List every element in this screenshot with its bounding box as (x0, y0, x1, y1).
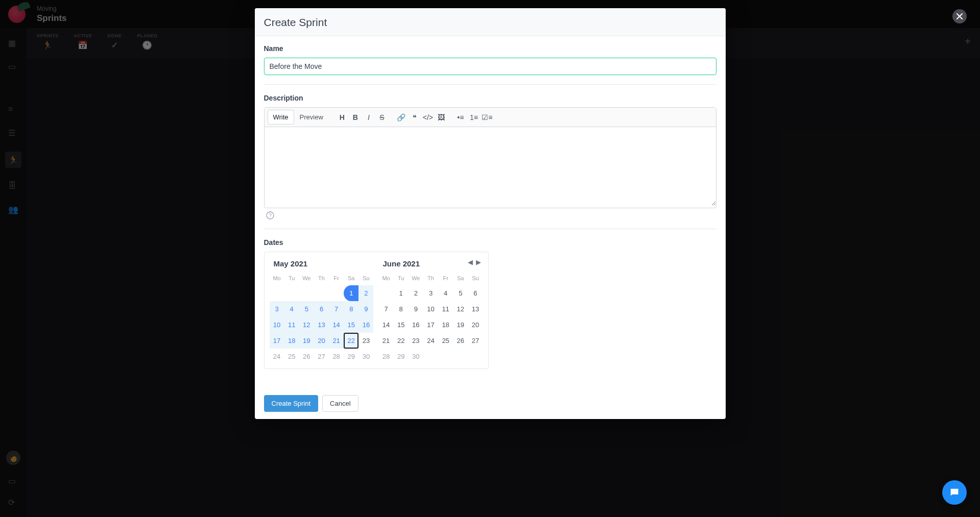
calendar-day[interactable]: 22 (394, 333, 409, 349)
calendar-day[interactable]: 14 (379, 317, 394, 333)
calendar-day[interactable]: 19 (453, 317, 468, 333)
calendar-day[interactable]: 23 (358, 333, 373, 349)
calendar-day[interactable]: 20 (314, 333, 329, 349)
chat-icon (949, 487, 960, 498)
calendar-day[interactable]: 20 (468, 317, 483, 333)
calendar-day[interactable]: 30 (358, 349, 373, 364)
strikethrough-icon[interactable]: S (376, 111, 388, 124)
calendar-day[interactable]: 3 (423, 285, 438, 301)
calendar-day[interactable]: 4 (438, 285, 453, 301)
calendar-day[interactable]: 6 (314, 301, 329, 317)
calendar-day[interactable]: 21 (329, 333, 344, 349)
calendar-day[interactable]: 21 (379, 333, 394, 349)
bold-icon[interactable]: B (349, 111, 362, 124)
calendar-day[interactable]: 23 (409, 333, 423, 349)
calendar-prev-icon[interactable]: ◀ (468, 258, 473, 266)
calendar-day[interactable]: 5 (453, 285, 468, 301)
calendar-day[interactable]: 7 (379, 301, 394, 317)
calendar-day (468, 349, 483, 364)
chat-widget-button[interactable] (942, 480, 967, 505)
calendar-day[interactable]: 29 (394, 349, 409, 364)
calendar-dow: Su (468, 273, 483, 285)
calendar-day[interactable]: 28 (379, 349, 394, 364)
calendar-day[interactable]: 9 (409, 301, 423, 317)
description-editor: Write Preview H B I S 🔗 ❝ </> 🖼 (264, 107, 716, 208)
calendar-day[interactable]: 17 (423, 317, 438, 333)
calendar-day[interactable]: 12 (299, 317, 314, 333)
bullet-list-icon[interactable]: •≡ (455, 111, 467, 124)
task-list-icon[interactable]: ☑≡ (481, 111, 493, 124)
calendar-day[interactable]: 18 (284, 333, 299, 349)
calendar-day[interactable]: 29 (344, 349, 358, 364)
calendar-day[interactable]: 24 (423, 333, 438, 349)
close-modal-button[interactable] (952, 9, 967, 23)
calendar-day[interactable]: 2 (409, 285, 423, 301)
calendar-left-title: May 2021 (270, 259, 374, 273)
calendar-day[interactable]: 24 (270, 349, 284, 364)
calendar-day[interactable]: 10 (270, 317, 284, 333)
description-textarea[interactable] (265, 127, 716, 206)
calendar-dow: Tu (284, 273, 299, 285)
close-icon (957, 13, 963, 19)
calendar-day[interactable]: 25 (284, 349, 299, 364)
calendar-day[interactable]: 10 (423, 301, 438, 317)
calendar-day[interactable]: 28 (329, 349, 344, 364)
calendar-day[interactable]: 25 (438, 333, 453, 349)
calendar-day[interactable]: 16 (409, 317, 423, 333)
sprint-name-input[interactable] (264, 58, 716, 75)
editor-help-button[interactable]: ? (264, 208, 716, 219)
number-list-icon[interactable]: 1≡ (468, 111, 480, 124)
calendar-nav: ◀ ▶ (468, 258, 481, 266)
calendar-day[interactable]: 17 (270, 333, 284, 349)
link-icon[interactable]: 🔗 (395, 111, 408, 124)
create-sprint-button[interactable]: Create Sprint (264, 395, 319, 412)
calendar-day[interactable]: 15 (344, 317, 358, 333)
calendar-day[interactable]: 27 (314, 349, 329, 364)
calendar-day[interactable]: 30 (409, 349, 423, 364)
calendar-day (423, 349, 438, 364)
calendar-day[interactable]: 9 (358, 301, 373, 317)
cancel-button[interactable]: Cancel (322, 395, 358, 412)
calendar-day[interactable]: 26 (299, 349, 314, 364)
calendar-next-icon[interactable]: ▶ (476, 258, 481, 266)
calendar-day[interactable]: 11 (438, 301, 453, 317)
help-icon: ? (266, 211, 274, 219)
calendar-day[interactable]: 26 (453, 333, 468, 349)
calendar-day[interactable]: 7 (329, 301, 344, 317)
calendar-day[interactable]: 4 (284, 301, 299, 317)
calendar-day[interactable]: 27 (468, 333, 483, 349)
calendar-dow: We (299, 273, 314, 285)
calendar-day[interactable]: 19 (299, 333, 314, 349)
calendar-day[interactable]: 16 (358, 317, 373, 333)
calendar-day[interactable]: 12 (453, 301, 468, 317)
calendar-day[interactable]: 14 (329, 317, 344, 333)
calendar-day (270, 285, 284, 301)
calendar-day[interactable]: 5 (299, 301, 314, 317)
calendar-day[interactable]: 8 (394, 301, 409, 317)
italic-icon[interactable]: I (363, 111, 375, 124)
calendar-day[interactable]: 1 (344, 285, 358, 301)
calendar-day[interactable]: 11 (284, 317, 299, 333)
quote-icon[interactable]: ❝ (409, 111, 421, 124)
calendar-day (299, 285, 314, 301)
editor-tab-preview[interactable]: Preview (294, 110, 329, 125)
name-section: Name (264, 44, 716, 85)
modal-header: Create Sprint (255, 8, 726, 36)
calendar-day[interactable]: 2 (358, 285, 373, 301)
modal-title: Create Sprint (264, 16, 716, 29)
calendar-day[interactable]: 3 (270, 301, 284, 317)
calendar-day[interactable]: 13 (468, 301, 483, 317)
calendar-dow: Mo (270, 273, 284, 285)
calendar-day[interactable]: 22 (344, 333, 358, 349)
calendar-day[interactable]: 15 (394, 317, 409, 333)
calendar-day[interactable]: 18 (438, 317, 453, 333)
calendar-day[interactable]: 13 (314, 317, 329, 333)
calendar-day[interactable]: 6 (468, 285, 483, 301)
calendar-day[interactable]: 1 (394, 285, 409, 301)
editor-tab-write[interactable]: Write (268, 110, 294, 125)
heading-icon[interactable]: H (336, 111, 348, 124)
calendar-day[interactable]: 8 (344, 301, 358, 317)
code-icon[interactable]: </> (422, 111, 434, 124)
image-icon[interactable]: 🖼 (435, 111, 447, 124)
name-label: Name (264, 44, 716, 53)
